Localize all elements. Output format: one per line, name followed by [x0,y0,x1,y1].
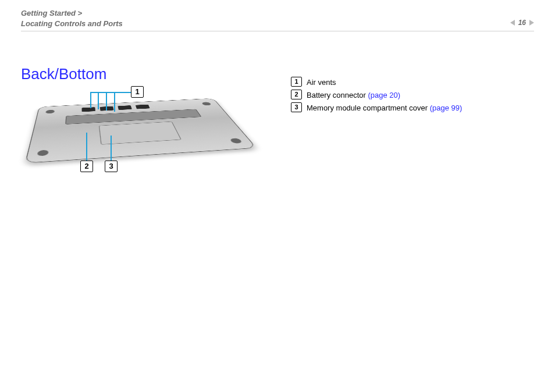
laptop-bottom-illustration [41,102,215,158]
legend-text: Air vents [307,78,336,87]
legend-number: 2 [291,90,302,99]
leader-line [90,92,131,93]
legend: 1 Air vents 2 Battery connector (page 20… [291,77,462,115]
legend-link[interactable]: (page 99) [430,104,462,112]
next-page-icon[interactable] [529,20,534,26]
legend-item: 3 Memory module compartment cover (page … [291,102,462,114]
breadcrumb-line1[interactable]: Getting Started > [21,8,534,19]
legend-number: 3 [291,102,302,112]
leader-line [106,92,107,111]
legend-item: 2 Battery connector (page 20) [291,90,462,101]
leader-line [98,92,99,109]
section-title: Back/Bottom [21,65,106,83]
leader-line [114,92,115,112]
legend-link[interactable]: (page 20) [368,91,401,99]
legend-text: Battery connector [307,91,368,99]
leader-line [86,133,87,161]
leader-line [90,92,91,108]
callout-3: 3 [105,161,118,172]
callout-1: 1 [131,86,144,98]
callout-2: 2 [80,161,93,172]
prev-page-icon[interactable] [510,20,515,26]
leader-line [111,136,112,161]
diagram: 1 2 3 [35,86,233,179]
breadcrumb: Getting Started > Locating Controls and … [21,8,534,29]
legend-number: 1 [291,77,302,87]
page-number: 16 [518,19,526,27]
legend-item: 1 Air vents [291,77,462,88]
page-navigation: 16 [510,19,534,27]
header-divider [21,31,534,31]
breadcrumb-line2[interactable]: Locating Controls and Ports [21,19,534,29]
legend-text: Memory module compartment cover [307,104,430,112]
